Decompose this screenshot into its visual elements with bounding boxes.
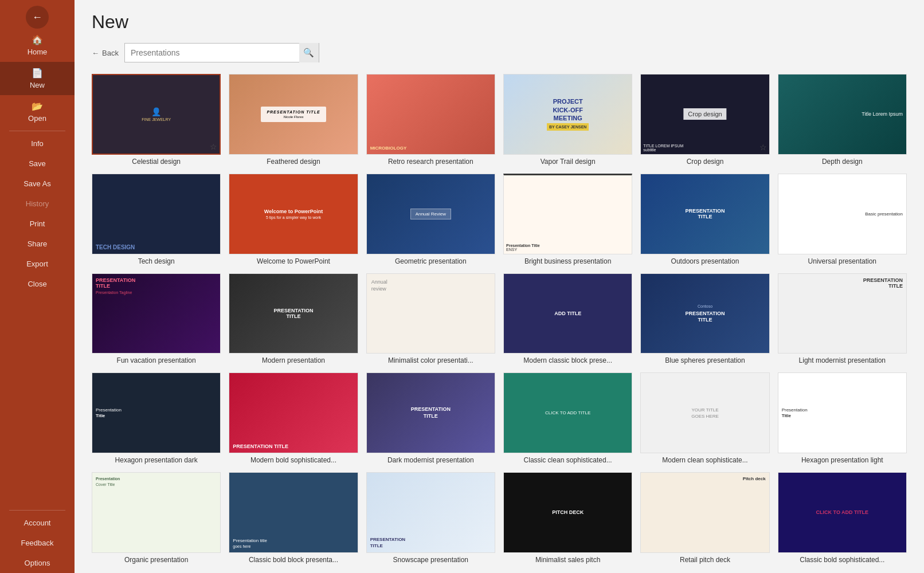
template-item-tech[interactable]: TECH DESIGN Tech design bbox=[92, 174, 221, 265]
template-label-modern: Modern presentation bbox=[262, 356, 325, 364]
template-thumb-depth: Title Lorem Ipsum bbox=[778, 74, 907, 155]
sidebar-item-share[interactable]: Share bbox=[0, 234, 75, 254]
template-item-geometric[interactable]: Annual Review Geometric presentation bbox=[366, 174, 495, 265]
template-item-dark-mod[interactable]: PRESENTATIONTITLE Dark modernist present… bbox=[366, 372, 495, 464]
sidebar-item-print[interactable]: Print bbox=[0, 214, 75, 234]
template-thumb-geometric: Annual Review bbox=[366, 174, 495, 254]
template-item-snowscape[interactable]: PRESENTATION TITLE Snowscape presentatio… bbox=[366, 472, 495, 564]
template-item-blue-spheres[interactable]: Contoso PRESENTATIONTITLE Blue spheres p… bbox=[640, 273, 769, 365]
home-icon: 🏠 bbox=[32, 34, 43, 45]
sidebar-item-info[interactable]: Info bbox=[0, 134, 75, 154]
template-thumb-welcome: Welcome to PowerPoint 5 tips for a simpl… bbox=[229, 174, 358, 254]
template-item-modern-bold[interactable]: PRESENTATION TITLE Modern bold sophistic… bbox=[229, 372, 358, 464]
template-thumb-minimalist-sales: PITCH DECK bbox=[503, 472, 632, 553]
template-label-retro: Retro research presentation bbox=[388, 158, 473, 166]
sidebar-share-label: Share bbox=[28, 240, 48, 248]
search-box: 🔍 bbox=[124, 43, 319, 62]
template-item-hexagon-light[interactable]: Presentation Title Hexagon presentation … bbox=[778, 372, 907, 464]
template-item-light-mod[interactable]: PRESENTATIONTITLE Light modernist presen… bbox=[778, 273, 907, 365]
template-thumb-celestial: 👤 FINE JEWELRY ☆ bbox=[92, 74, 221, 155]
template-item-hexagon-dark[interactable]: Presentation Title Hexagon presentation … bbox=[92, 372, 221, 464]
sidebar-item-close[interactable]: Close bbox=[0, 274, 75, 294]
template-item-organic[interactable]: Presentation Cover Title Organic present… bbox=[92, 472, 221, 564]
sidebar-close-label: Close bbox=[28, 280, 46, 288]
search-submit-button[interactable]: 🔍 bbox=[299, 43, 319, 62]
template-item-minimalist-sales[interactable]: PITCH DECK Minimalist sales pitch bbox=[503, 472, 632, 564]
template-label-minimalist: Minimalist color presentati... bbox=[388, 356, 473, 364]
sidebar-item-history[interactable]: History bbox=[0, 194, 75, 214]
sidebar-export-label: Export bbox=[26, 260, 48, 268]
sidebar-item-save-as[interactable]: Save As bbox=[0, 174, 75, 194]
template-item-modern[interactable]: PRESENTATION TITLE Modern presentation bbox=[229, 273, 358, 365]
template-thumb-blue-spheres: Contoso PRESENTATIONTITLE bbox=[640, 273, 769, 354]
template-thumb-light-mod: PRESENTATIONTITLE bbox=[778, 273, 907, 354]
template-item-outdoors[interactable]: PRESENTATION TITLE Outdoors presentation bbox=[640, 174, 769, 265]
sidebar-print-label: Print bbox=[30, 219, 45, 228]
template-thumb-vapor: PROJECT KICK-OFF MEETING BY CASEY JENSEN bbox=[503, 74, 632, 155]
template-item-depth[interactable]: Title Lorem Ipsum Depth design bbox=[778, 74, 907, 166]
template-label-modern-clean: Modern clean sophisticate... bbox=[662, 456, 747, 464]
template-thumb-retail-pitch: Pitch deck bbox=[640, 472, 769, 553]
template-item-classic-clean[interactable]: CLICK TO ADD TITLE Classic clean sophist… bbox=[503, 372, 632, 464]
app-back-button[interactable]: ← bbox=[26, 6, 49, 29]
template-item-feathered[interactable]: PRESENTATION TITLE Nicole Flores Feather… bbox=[229, 74, 358, 166]
template-item-funvac[interactable]: PRESENTATIONTITLE Presentation Tagline F… bbox=[92, 273, 221, 365]
template-item-retail-pitch[interactable]: Pitch deck Retail pitch deck bbox=[640, 472, 769, 564]
sidebar-item-new[interactable]: 📄 New bbox=[0, 62, 75, 95]
template-thumb-tech: TECH DESIGN bbox=[92, 174, 221, 254]
new-icon: 📄 bbox=[32, 68, 43, 79]
template-item-vapor[interactable]: PROJECT KICK-OFF MEETING BY CASEY JENSEN… bbox=[503, 74, 632, 166]
template-label-snowscape: Snowscape presentation bbox=[393, 556, 468, 564]
template-thumb-retro: MICROBIOLOGY bbox=[366, 74, 495, 155]
template-item-classic-bold-soph[interactable]: CLICK TO ADD TITLE Classic bold sophisti… bbox=[778, 472, 907, 564]
template-item-universal[interactable]: Basic presentation Universal presentatio… bbox=[778, 174, 907, 265]
sidebar-item-save[interactable]: Save bbox=[0, 154, 75, 174]
sidebar-save-label: Save bbox=[29, 159, 46, 168]
sidebar-open-label: Open bbox=[28, 114, 46, 123]
template-thumb-snowscape: PRESENTATION TITLE bbox=[366, 472, 495, 553]
template-label-classic-clean: Classic clean sophisticated... bbox=[524, 456, 612, 464]
template-item-celestial[interactable]: 👤 FINE JEWELRY ☆ Celestial design bbox=[92, 74, 221, 166]
template-item-welcome[interactable]: Welcome to PowerPoint 5 tips for a simpl… bbox=[229, 174, 358, 265]
template-label-hexagon-dark: Hexagon presentation dark bbox=[115, 456, 198, 464]
template-label-bright: Bright business presentation bbox=[524, 257, 611, 265]
template-thumb-crop: TITLE LOREM IPSUM subtitle Crop design ☆ bbox=[640, 74, 769, 155]
template-item-minimalist[interactable]: Annual review Minimalist color presentat… bbox=[366, 273, 495, 365]
template-item-crop[interactable]: TITLE LOREM IPSUM subtitle Crop design ☆… bbox=[640, 74, 769, 166]
favorite-star-icon-crop[interactable]: ☆ bbox=[759, 143, 767, 152]
back-link[interactable]: ← Back bbox=[92, 49, 119, 57]
template-label-funvac: Fun vacation presentation bbox=[117, 356, 196, 364]
template-thumb-universal: Basic presentation bbox=[778, 174, 907, 254]
template-thumb-outdoors: PRESENTATION TITLE bbox=[640, 174, 769, 254]
sidebar-save-as-label: Save As bbox=[24, 179, 51, 188]
template-thumb-minimalist: Annual review bbox=[366, 273, 495, 354]
back-link-label: Back bbox=[102, 49, 119, 57]
sidebar-item-options[interactable]: Options bbox=[0, 553, 75, 573]
sidebar-info-label: Info bbox=[31, 139, 44, 148]
template-item-classic-bold-block[interactable]: Presentation title goes here Classic bol… bbox=[229, 472, 358, 564]
sidebar-item-open[interactable]: 📂 Open bbox=[0, 95, 75, 128]
template-label-hexagon-light: Hexagon presentation light bbox=[801, 456, 883, 464]
template-item-modern-clean[interactable]: YOUR TITLE GOES HERE Modern clean sophis… bbox=[640, 372, 769, 464]
template-item-retro[interactable]: MICROBIOLOGY Retro research presentation bbox=[366, 74, 495, 166]
template-label-depth: Depth design bbox=[822, 158, 863, 166]
template-thumb-classic-bold-block: Presentation title goes here bbox=[229, 472, 358, 553]
sidebar-item-feedback[interactable]: Feedback bbox=[0, 533, 75, 553]
template-item-bright[interactable]: Presentation Title ENSY Bright business … bbox=[503, 174, 632, 265]
template-label-feathered: Feathered design bbox=[267, 158, 320, 166]
template-thumb-hexagon-light: Presentation Title bbox=[778, 372, 907, 453]
sidebar-bottom-divider bbox=[9, 510, 65, 511]
template-thumb-hexagon-dark: Presentation Title bbox=[92, 372, 221, 453]
favorite-star-icon[interactable]: ☆ bbox=[210, 142, 217, 151]
search-icon: 🔍 bbox=[303, 48, 314, 58]
sidebar-item-home[interactable]: 🏠 Home bbox=[0, 29, 75, 62]
sidebar-home-label: Home bbox=[28, 48, 48, 56]
sidebar-item-export[interactable]: Export bbox=[0, 254, 75, 274]
template-label-blue-spheres: Blue spheres presentation bbox=[665, 356, 745, 364]
sidebar-divider bbox=[9, 131, 65, 131]
search-input[interactable] bbox=[125, 48, 299, 57]
template-item-classic-block[interactable]: ADD TITLE Modern classic block prese... bbox=[503, 273, 632, 365]
sidebar-options-label: Options bbox=[25, 559, 50, 567]
template-thumb-funvac: PRESENTATIONTITLE Presentation Tagline bbox=[92, 273, 221, 354]
sidebar-item-account[interactable]: Account bbox=[0, 513, 75, 533]
